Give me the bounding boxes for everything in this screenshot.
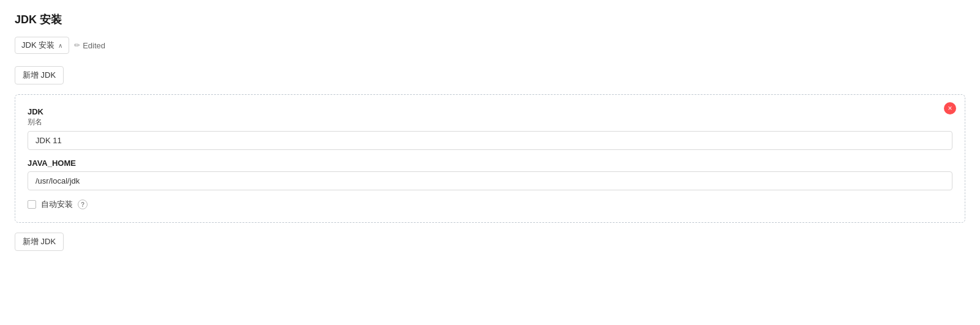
auto-install-checkbox[interactable] <box>28 200 36 209</box>
java-home-label-block: JAVA_HOME <box>28 159 952 168</box>
breadcrumb-tag-label: JDK 安装 <box>21 40 54 51</box>
auto-install-label[interactable]: 自动安装 <box>41 199 73 210</box>
add-jdk-button-top[interactable]: 新增 JDK <box>15 66 64 84</box>
help-icon[interactable]: ? <box>78 200 88 209</box>
chevron-up-icon: ∧ <box>58 42 62 49</box>
page-title: JDK 安装 <box>15 12 965 27</box>
alias-label-block: JDK 别名 <box>28 107 952 127</box>
pencil-icon: ✏ <box>74 41 80 50</box>
alias-input[interactable] <box>28 131 952 150</box>
add-jdk-button-bottom[interactable]: 新增 JDK <box>15 233 64 251</box>
alias-field-group: JDK 别名 <box>28 107 952 150</box>
edited-text: Edited <box>83 41 105 50</box>
alias-field-label: 别名 <box>28 117 952 127</box>
breadcrumb-tag[interactable]: JDK 安装 ∧ <box>15 37 69 54</box>
edited-status: ✏ Edited <box>74 41 105 50</box>
content-area: 新增 JDK × JDK 别名 JAVA_HOME 自动安装 ? 新增 JDK <box>15 66 965 261</box>
jdk-card: × JDK 别名 JAVA_HOME 自动安装 ? <box>15 94 965 223</box>
auto-install-row: 自动安装 ? <box>28 199 952 210</box>
java-home-input[interactable] <box>28 171 952 190</box>
jdk-field-label: JDK <box>28 107 952 116</box>
close-card-button[interactable]: × <box>944 102 956 114</box>
breadcrumb-bar: JDK 安装 ∧ ✏ Edited <box>15 37 965 54</box>
java-home-field-label: JAVA_HOME <box>28 159 952 168</box>
java-home-field-group: JAVA_HOME <box>28 159 952 190</box>
